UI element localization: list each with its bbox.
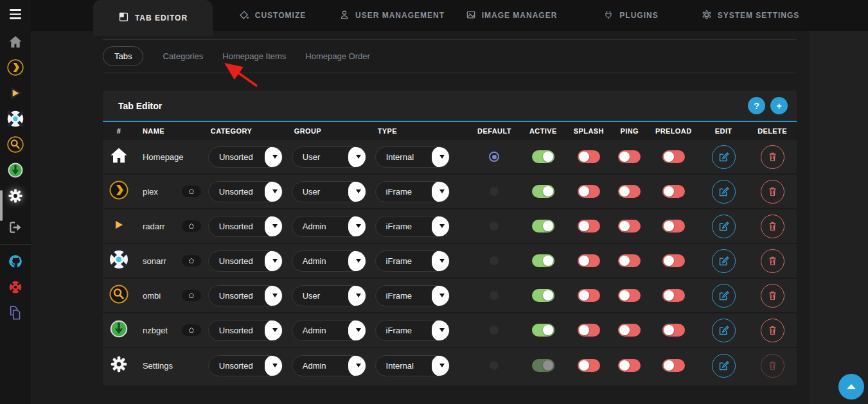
active-toggle[interactable] [532,359,554,372]
splash-toggle[interactable] [578,254,600,267]
tab-system-settings[interactable]: SYSTEM SETTINGS [691,0,810,31]
group-select[interactable]: Admin [292,355,366,376]
category-select[interactable]: Unsorted [208,355,283,376]
sidebar-item-logout[interactable] [0,216,31,242]
type-select[interactable]: Internal [375,146,450,168]
sidebar-item-support[interactable] [0,276,31,301]
edit-button[interactable] [712,180,736,204]
type-select[interactable]: Internal [375,355,450,376]
category-select[interactable]: Unsorted [208,250,283,272]
homepage-item-button[interactable] [182,255,201,267]
preload-toggle[interactable] [662,359,685,372]
edit-button[interactable] [712,215,736,238]
homepage-item-button[interactable] [182,290,201,301]
delete-button[interactable] [761,145,784,169]
default-radio[interactable] [490,361,499,370]
tab-user-management[interactable]: USER MANAGEMENT [332,0,452,31]
preload-toggle[interactable] [662,185,685,198]
splash-toggle[interactable] [578,359,600,372]
edit-button[interactable] [712,319,736,342]
edit-button[interactable] [712,354,736,378]
subnav-homepage-items[interactable]: Homepage Items [222,47,286,66]
sidebar-scrollbar[interactable] [0,190,3,221]
ping-toggle[interactable] [618,254,641,267]
active-toggle[interactable] [532,324,554,337]
active-toggle[interactable] [532,185,554,198]
tab-customize[interactable]: CUSTOMIZE [213,0,332,31]
edit-button[interactable] [712,145,736,169]
default-radio[interactable] [490,291,499,300]
sidebar-item-pages[interactable] [0,301,31,327]
ping-toggle[interactable] [618,359,641,372]
category-select[interactable]: Unsorted [208,320,283,341]
splash-toggle[interactable] [578,289,600,302]
category-select[interactable]: Unsorted [208,216,283,237]
splash-toggle[interactable] [578,220,600,233]
category-select[interactable]: Unsorted [208,146,283,168]
tab-plugins[interactable]: PLUGINS [571,0,691,31]
active-toggle[interactable] [532,150,554,163]
tab-image-manager[interactable]: IMAGE MANAGER [452,0,571,31]
sidebar-item-ombi[interactable] [0,133,31,159]
sidebar-item-home[interactable] [0,30,31,56]
delete-button[interactable] [761,284,784,308]
active-toggle[interactable] [532,254,554,267]
type-select[interactable]: iFrame [375,320,450,341]
sidebar-item-sonarr[interactable] [0,107,31,133]
default-radio[interactable] [490,187,499,196]
delete-button[interactable] [761,215,784,238]
preload-toggle[interactable] [662,254,685,267]
scroll-to-top-button[interactable] [838,374,864,400]
sidebar-item-settings[interactable] [0,184,31,210]
splash-toggle[interactable] [578,185,600,198]
preload-toggle[interactable] [662,150,685,163]
ping-toggle[interactable] [618,289,641,302]
default-radio[interactable] [490,326,499,335]
group-select[interactable]: Admin [292,216,366,237]
add-tab-button[interactable]: + [770,97,788,114]
delete-button[interactable] [761,319,784,342]
homepage-item-button[interactable] [182,324,201,336]
group-select[interactable]: Admin [292,320,366,341]
sidebar-item-plex[interactable] [0,56,31,82]
subnav-categories[interactable]: Categories [163,47,203,66]
ping-toggle[interactable] [618,185,641,198]
delete-button[interactable] [761,249,784,273]
type-select[interactable]: iFrame [375,285,450,306]
homepage-item-button[interactable] [182,186,201,197]
group-select[interactable]: User [292,181,366,202]
ping-toggle[interactable] [618,150,641,163]
ping-toggle[interactable] [618,324,641,337]
sidebar-item-nzbget[interactable] [0,159,31,184]
menu-icon[interactable] [0,0,31,28]
sidebar-item-github[interactable] [0,250,31,276]
category-select[interactable]: Unsorted [208,181,283,202]
type-select[interactable]: iFrame [375,216,450,237]
delete-button[interactable] [761,354,784,378]
sidebar-item-radarr[interactable] [0,82,31,107]
type-select[interactable]: iFrame [375,250,450,272]
default-radio[interactable] [490,222,499,231]
category-select[interactable]: Unsorted [208,285,283,306]
tab-tab-editor[interactable]: TAB EDITOR [93,0,213,36]
homepage-item-button[interactable] [182,220,201,232]
subnav-homepage-order[interactable]: Homepage Order [305,47,369,66]
group-select[interactable]: User [292,285,366,306]
preload-toggle[interactable] [662,289,685,302]
preload-toggle[interactable] [662,220,685,233]
help-button[interactable]: ? [748,97,765,114]
subnav-tabs[interactable]: Tabs [103,46,143,66]
edit-button[interactable] [712,249,736,273]
default-radio[interactable] [489,152,499,162]
active-toggle[interactable] [532,220,554,233]
group-select[interactable]: Admin [292,250,366,272]
default-radio[interactable] [490,256,499,265]
splash-toggle[interactable] [578,324,600,337]
group-select[interactable]: User [292,146,366,168]
active-toggle[interactable] [532,289,554,302]
splash-toggle[interactable] [578,150,600,163]
edit-button[interactable] [712,284,736,308]
delete-button[interactable] [761,180,784,204]
ping-toggle[interactable] [618,220,641,233]
preload-toggle[interactable] [662,324,685,337]
